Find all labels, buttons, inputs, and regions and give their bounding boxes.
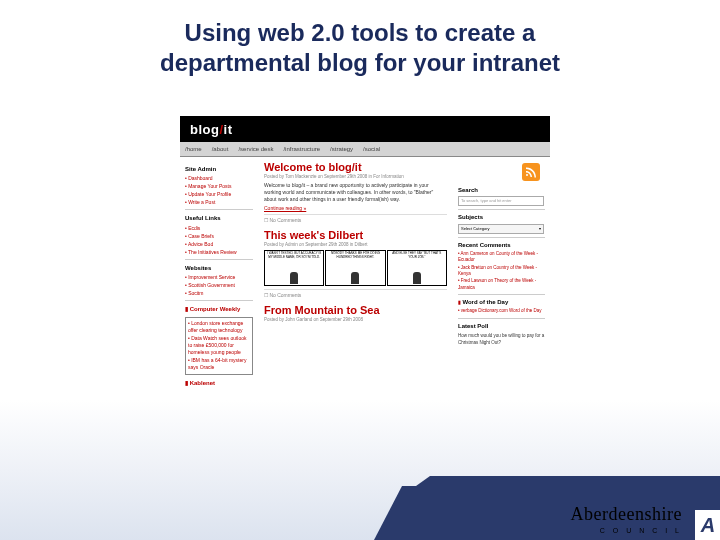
title-line-1: Using web 2.0 tools to create a [0,18,720,48]
brand-logo-icon: A [695,510,720,540]
admin-item[interactable]: Update Your Profile [185,191,253,198]
nav-servicedesk[interactable]: /service desk [233,146,278,152]
blog-nav: /home /about /service desk /infrastructu… [180,142,550,157]
admin-heading: Site Admin [185,165,253,173]
chevron-down-icon: ▾ [539,226,541,232]
post1-title[interactable]: Welcome to blog/it [264,161,447,173]
comments-1[interactable]: No Comments [264,214,447,223]
comic-panel-2: NOBODY THANKS ME FOR DOING HUNDRED THING… [325,250,385,286]
search-heading: Search [458,186,545,194]
cw-item[interactable]: IBM has a 64-bit mystery says Oracle [188,357,250,371]
post3-title[interactable]: From Mountain to Sea [264,304,447,316]
links-heading: Useful Links [185,214,253,222]
link-item[interactable]: The Initiatives Review [185,249,253,256]
nav-about[interactable]: /about [207,146,234,152]
nav-infrastructure[interactable]: /infrastructure [278,146,325,152]
logo-it: it [224,122,233,137]
website-item[interactable]: Scottish Government [185,282,253,289]
logo-letter: A [701,514,715,537]
post2-title[interactable]: This week's Dilbert [264,229,447,241]
comic-panel-3: AND ELSE THEY SAY "BUT THAT'S YOUR JOB." [387,250,447,286]
blog-logo: blog/it [180,116,550,142]
poll-text: How much would you be willing to pay for… [458,333,544,345]
website-item[interactable]: Improvement Service [185,274,253,281]
brand-text: Aberdeenshire C O U N C I L [571,504,682,534]
slide-title: Using web 2.0 tools to create a departme… [0,18,720,78]
website-item[interactable]: Socitm [185,290,253,297]
post2-meta: Posted by Admin on September 29th 2008 i… [264,242,447,247]
post3-meta: Posted by John Garland on September 29th… [264,317,447,322]
blog-body: Site Admin Dashboard Manage Your Posts U… [180,157,550,392]
category-select[interactable]: Select Category▾ [458,224,544,234]
kb-heading: ▮ Kablenet [185,379,253,387]
sidebar-right: Search To search, type and hit enter Sub… [453,157,550,392]
sidebar-left: Site Admin Dashboard Manage Your Posts U… [180,157,258,392]
brand-name: Aberdeenshire [571,504,682,525]
admin-item[interactable]: Write a Post [185,199,253,206]
cw-heading: ▮ Computer Weekly [185,305,253,313]
nav-strategy[interactable]: /strategy [325,146,358,152]
search-input[interactable]: To search, type and hit enter [458,196,544,206]
link-item[interactable]: Advice Bod [185,241,253,248]
admin-item[interactable]: Dashboard [185,175,253,182]
rss-icon[interactable] [522,163,540,181]
word-heading: Word of the Day [458,298,545,306]
admin-item[interactable]: Manage Your Posts [185,183,253,190]
post1-body: Welcome to blog/it – a brand new opportu… [264,182,447,202]
blog-screenshot: blog/it /home /about /service desk /infr… [180,116,550,392]
cw-box: London store exchange offer clearing tec… [185,317,253,375]
poll-heading: Latest Poll [458,322,545,330]
cw-item[interactable]: Data Watch sees outlook to raise £500,00… [188,335,250,356]
recent-item[interactable]: Fred Lawson on Theory of the Week - Jama… [458,278,545,291]
recent-heading: Recent Comments [458,241,545,249]
title-line-2: departmental blog for your intranet [0,48,720,78]
brand-sub: C O U N C I L [571,527,682,534]
footer-bar: Aberdeenshire C O U N C I L A [0,472,720,540]
continue-link[interactable]: Continue reading » [264,205,447,211]
comic-strip: I WASN'T TESTED, BUT ACCURACY IS MY MIDD… [264,250,447,286]
comic-panel-1: I WASN'T TESTED, BUT ACCURACY IS MY MIDD… [264,250,324,286]
link-item[interactable]: Case Briefs [185,233,253,240]
recent-item[interactable]: Jack Bretton on Country of the Week - Ke… [458,265,545,278]
cw-item[interactable]: London store exchange offer clearing tec… [188,320,250,334]
link-item[interactable]: Ecdis [185,225,253,232]
word-item[interactable]: verbage Dictionary.com Word of the Day [458,308,545,314]
comments-2[interactable]: No Comments [264,289,447,298]
main-content: Welcome to blog/it Posted by Tom Mackenz… [258,157,453,392]
subjects-heading: Subjects [458,213,545,221]
logo-blog: blog [190,122,219,137]
nav-home[interactable]: /home [180,146,207,152]
nav-social[interactable]: /social [358,146,385,152]
post1-meta: Posted by Tom Mackenzie on September 29t… [264,174,447,179]
websites-heading: Websites [185,264,253,272]
recent-item[interactable]: Ann Cameron on County of the Week - Ecua… [458,251,545,264]
